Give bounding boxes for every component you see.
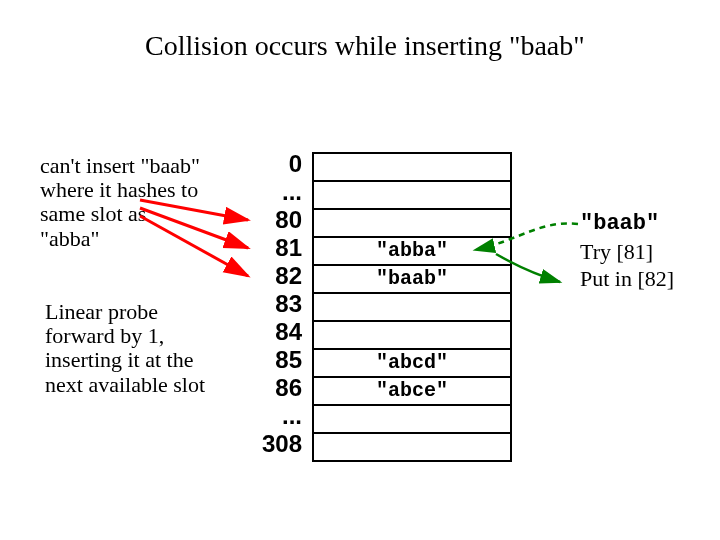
slot-84: [314, 322, 510, 350]
put-label: Put in [82]: [580, 265, 674, 293]
index-82: 82: [252, 262, 302, 290]
note-linear-probe: Linear probe forward by 1, inserting it …: [45, 300, 215, 397]
index-84: 84: [252, 318, 302, 346]
note-cant-insert: can't insert "baab" where it hashes to s…: [40, 154, 210, 251]
slot-gap-bot: [314, 406, 510, 434]
right-notes: "baab" Try [81] Put in [82]: [580, 210, 674, 293]
index-0: 0: [252, 150, 302, 178]
slot-gap-top: [314, 182, 510, 210]
index-85: 85: [252, 346, 302, 374]
slot-82: "baab": [314, 266, 510, 294]
slot-80: [314, 210, 510, 238]
slot-83: [314, 294, 510, 322]
slot-81: "abba": [314, 238, 510, 266]
index-column: 0 ... 80 81 82 83 84 85 86 ... 308: [252, 150, 302, 458]
slide-title: Collision occurs while inserting "baab": [145, 30, 585, 62]
slot-86: "abce": [314, 378, 510, 406]
try-label: Try [81]: [580, 238, 674, 266]
index-83: 83: [252, 290, 302, 318]
index-308: 308: [252, 430, 302, 458]
hash-table: "abba" "baab" "abcd" "abce": [312, 152, 512, 462]
slot-308: [314, 434, 510, 462]
slot-85: "abcd": [314, 350, 510, 378]
index-dots-bot: ...: [252, 402, 302, 430]
slot-0: [314, 154, 510, 182]
index-dots-top: ...: [252, 178, 302, 206]
candidate-label: "baab": [580, 210, 674, 238]
index-80: 80: [252, 206, 302, 234]
index-86: 86: [252, 374, 302, 402]
index-81: 81: [252, 234, 302, 262]
